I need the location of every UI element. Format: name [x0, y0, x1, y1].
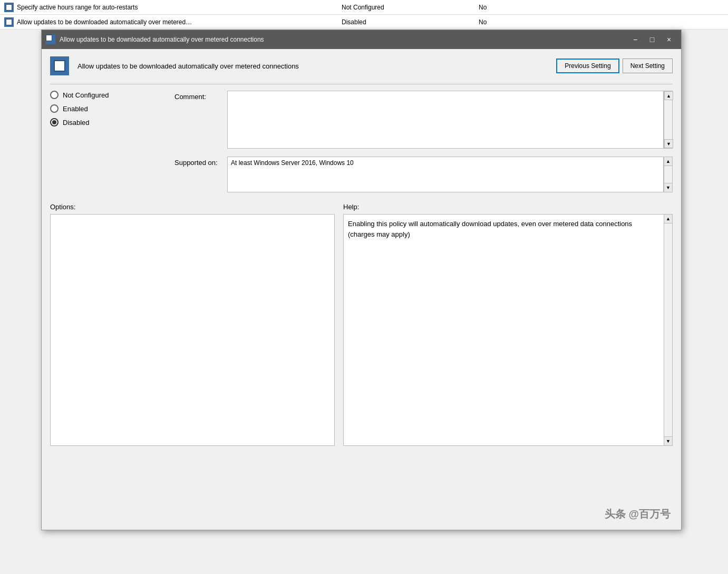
policy-icon-2: [4, 17, 14, 27]
left-pane: Not Configured Enabled Disabled: [50, 91, 166, 199]
help-scrollbar: ▲ ▼: [664, 214, 673, 446]
close-button[interactable]: ×: [661, 33, 677, 46]
options-area: Not Configured Enabled Disabled: [50, 91, 673, 199]
comment-row: Comment: ▲ ▼: [174, 91, 673, 150]
supported-field-container: At least Windows Server 2016, Windows 10…: [227, 157, 673, 192]
maximize-button[interactable]: □: [644, 33, 660, 46]
policy-icon-1: [4, 3, 14, 12]
row1-name: Specify active hours range for auto-rest…: [17, 4, 138, 11]
help-scroll-up[interactable]: ▲: [664, 215, 672, 223]
title-bar: Allow updates to be downloaded automatic…: [42, 30, 681, 49]
radio-enabled[interactable]: [50, 104, 59, 113]
background-table: Specify active hours range for auto-rest…: [0, 0, 728, 30]
help-text: Enabling this policy will automatically …: [348, 220, 632, 238]
radio-label-not-configured: Not Configured: [63, 91, 109, 99]
header-row: Allow updates to be downloaded automatic…: [50, 56, 673, 75]
watermark: 头条 @百万号: [605, 507, 671, 521]
radio-disabled[interactable]: [50, 118, 59, 127]
row1-state: Not Configured: [342, 4, 479, 11]
supported-scroll-up[interactable]: ▲: [664, 157, 672, 166]
comment-scroll-up[interactable]: ▲: [664, 91, 673, 100]
radio-group: Not Configured Enabled Disabled: [50, 91, 166, 127]
help-scroll-down[interactable]: ▼: [664, 436, 672, 445]
options-label: Options:: [50, 203, 335, 211]
dialog-window: Allow updates to be downloaded automatic…: [41, 30, 682, 530]
supported-row: Supported on: At least Windows Server 20…: [174, 157, 673, 192]
help-box: Enabling this policy will automatically …: [343, 214, 673, 446]
radio-item-enabled[interactable]: Enabled: [50, 104, 166, 113]
supported-scrollbar: ▲ ▼: [664, 157, 673, 192]
comment-textarea[interactable]: [227, 91, 664, 149]
supported-label: Supported on:: [174, 157, 222, 167]
title-bar-controls: − □ ×: [627, 33, 677, 46]
radio-item-disabled[interactable]: Disabled: [50, 118, 166, 127]
right-pane: Comment: ▲ ▼ Supported on:: [166, 91, 673, 199]
comment-scroll-track: [664, 100, 672, 139]
radio-label-enabled: Enabled: [63, 105, 88, 113]
help-pane: Help: Enabling this policy will automati…: [343, 203, 673, 446]
row2-state: Disabled: [342, 18, 479, 26]
comment-field-container: ▲ ▼: [227, 91, 673, 150]
help-box-container: Enabling this policy will automatically …: [343, 214, 673, 446]
help-label: Help:: [343, 203, 673, 211]
row2-no: No: [479, 18, 724, 26]
previous-setting-button[interactable]: Previous Setting: [556, 59, 619, 73]
next-setting-button[interactable]: Next Setting: [623, 59, 673, 73]
comment-label: Comment:: [174, 91, 222, 101]
bottom-panes: Options: Help: Enabling this policy will…: [50, 203, 673, 446]
supported-text: At least Windows Server 2016, Windows 10: [227, 157, 664, 192]
radio-label-disabled: Disabled: [63, 119, 90, 127]
supported-scroll-track: [664, 166, 672, 183]
comment-scrollbar: ▲ ▼: [664, 91, 673, 149]
table-row-2: Allow updates to be downloaded automatic…: [0, 15, 728, 30]
row2-name: Allow updates to be downloaded automatic…: [17, 18, 192, 26]
dialog-title: Allow updates to be downloaded automatic…: [60, 36, 623, 43]
help-scroll-track: [664, 223, 672, 436]
supported-scroll-down[interactable]: ▼: [664, 183, 672, 192]
dialog-content: Allow updates to be downloaded automatic…: [42, 49, 681, 453]
dialog-overlay: Allow updates to be downloaded automatic…: [41, 30, 687, 530]
comment-scroll-down[interactable]: ▼: [664, 139, 673, 148]
radio-item-not-configured[interactable]: Not Configured: [50, 91, 166, 99]
row1-no: No: [479, 4, 724, 11]
header-title: Allow updates to be downloaded automatic…: [77, 62, 548, 70]
row1-name-col: Specify active hours range for auto-rest…: [4, 3, 342, 12]
separator: [50, 84, 673, 84]
header-buttons: Previous Setting Next Setting: [556, 59, 673, 73]
header-icon: [50, 56, 69, 75]
row2-name-col: Allow updates to be downloaded automatic…: [4, 17, 342, 27]
table-row-1: Specify active hours range for auto-rest…: [0, 0, 728, 15]
dialog-title-icon: [46, 35, 55, 44]
options-box: [50, 214, 335, 446]
radio-not-configured[interactable]: [50, 91, 59, 99]
options-pane: Options:: [50, 203, 335, 446]
minimize-button[interactable]: −: [627, 33, 643, 46]
